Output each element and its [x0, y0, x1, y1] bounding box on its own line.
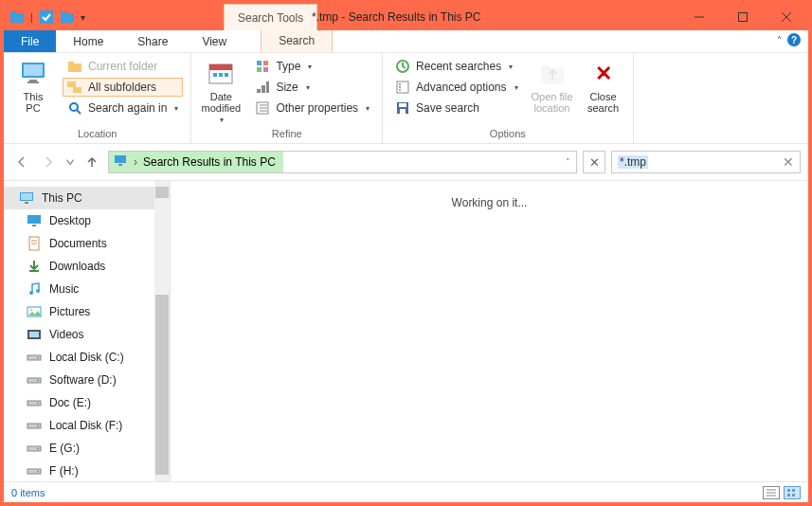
- all-subfolders-button[interactable]: All subfolders: [63, 78, 183, 97]
- folder-icon[interactable]: [9, 9, 25, 25]
- nav-item-label: Downloads: [49, 260, 105, 273]
- nav-drive-d[interactable]: Software (D:): [4, 369, 170, 391]
- tab-share[interactable]: Share: [120, 30, 185, 52]
- this-pc-label: ThisPC: [24, 91, 44, 114]
- collapse-ribbon-button[interactable]: ˄: [777, 35, 782, 45]
- advanced-options-button[interactable]: Advanced options ▾: [390, 78, 522, 97]
- address-path-text: Search Results in This PC: [143, 155, 276, 169]
- ribbon-group-refine: Datemodified ▾ Type ▾ Size ▾: [191, 53, 383, 143]
- chevron-down-icon: ▾: [509, 63, 513, 71]
- search-again-icon: [67, 100, 82, 116]
- nav-scrollbar[interactable]: [154, 181, 170, 481]
- svg-rect-2: [40, 10, 53, 24]
- nav-item-label: Documents: [49, 237, 107, 250]
- nav-drive-c[interactable]: Local Disk (C:): [4, 346, 170, 369]
- svg-rect-11: [29, 80, 37, 81]
- nav-documents[interactable]: Documents: [4, 232, 170, 255]
- nav-pictures[interactable]: Pictures: [4, 300, 170, 323]
- drive-icon: [27, 372, 42, 388]
- chevron-down-icon: ▾: [366, 104, 370, 113]
- icons-view-button[interactable]: [784, 486, 801, 499]
- svg-rect-45: [115, 155, 126, 163]
- search-again-button[interactable]: Search again in ▾: [63, 99, 183, 117]
- svg-rect-46: [118, 164, 122, 166]
- new-folder-icon[interactable]: [60, 9, 75, 25]
- current-folder-button[interactable]: Current folder: [63, 57, 183, 76]
- close-search-label: Closesearch: [587, 91, 619, 114]
- nav-downloads[interactable]: Downloads: [4, 255, 170, 278]
- maximize-button[interactable]: [721, 4, 765, 30]
- svg-rect-49: [25, 202, 28, 204]
- recent-searches-button[interactable]: Recent searches ▾: [390, 57, 522, 76]
- advanced-options-label: Advanced options: [416, 81, 506, 94]
- divider: |: [30, 12, 33, 23]
- back-button[interactable]: [11, 152, 32, 172]
- size-button[interactable]: Size ▾: [250, 78, 374, 97]
- svg-point-67: [37, 403, 39, 405]
- address-bar[interactable]: › Search Results in This PC ˅: [108, 151, 577, 173]
- nav-this-pc[interactable]: This PC: [4, 187, 170, 209]
- scrollbar-thumb[interactable]: [155, 187, 169, 198]
- properties-check-icon[interactable]: [39, 9, 54, 25]
- tab-home[interactable]: Home: [56, 30, 120, 52]
- properties-icon: [255, 100, 270, 116]
- nav-drive-g[interactable]: E (G:): [4, 437, 170, 460]
- svg-rect-16: [73, 87, 81, 93]
- svg-rect-0: [10, 13, 24, 23]
- type-button[interactable]: Type ▾: [250, 57, 374, 76]
- navigation-pane: This PC Desktop Documents Downloads Musi…: [4, 181, 171, 481]
- svg-rect-44: [541, 65, 550, 70]
- nav-music[interactable]: Music: [4, 278, 170, 300]
- svg-rect-50: [27, 215, 41, 224]
- scrollbar-thumb[interactable]: [155, 295, 169, 475]
- svg-rect-10: [24, 64, 43, 76]
- chevron-right-icon: ›: [134, 155, 137, 169]
- up-button[interactable]: [81, 152, 102, 172]
- close-search-button[interactable]: ✕ Closesearch: [582, 57, 625, 128]
- address-dropdown[interactable]: ˅: [566, 157, 570, 167]
- calendar-icon: [206, 59, 236, 89]
- group-label-location: Location: [11, 128, 183, 141]
- close-button[interactable]: [765, 4, 808, 30]
- nav-desktop[interactable]: Desktop: [4, 209, 170, 232]
- current-folder-label: Current folder: [88, 60, 157, 73]
- date-modified-button[interactable]: Datemodified ▾: [199, 57, 243, 128]
- svg-rect-22: [219, 73, 223, 77]
- minimize-button[interactable]: [677, 4, 721, 30]
- svg-rect-4: [61, 11, 66, 14]
- search-clear-icon[interactable]: ✕: [783, 154, 794, 170]
- view-mode-buttons: [763, 486, 801, 499]
- recent-dropdown[interactable]: [64, 152, 76, 172]
- tab-search[interactable]: Search: [261, 30, 333, 52]
- qat-dropdown[interactable]: ▾: [81, 12, 85, 23]
- nav-drive-f[interactable]: Local Disk (F:): [4, 414, 170, 437]
- tab-view[interactable]: View: [185, 30, 244, 52]
- other-properties-button[interactable]: Other properties ▾: [250, 99, 374, 117]
- options-icon: [395, 80, 410, 95]
- svg-rect-26: [257, 67, 262, 72]
- drive-icon: [27, 418, 42, 433]
- search-again-label: Search again in: [88, 101, 167, 115]
- svg-rect-28: [257, 89, 261, 93]
- search-query-text: *.tmp: [618, 155, 648, 169]
- svg-point-73: [37, 471, 39, 473]
- tab-file[interactable]: File: [4, 30, 56, 52]
- nav-drive-e[interactable]: Doc (E:): [4, 391, 170, 414]
- this-pc-button[interactable]: ThisPC: [11, 57, 55, 128]
- search-tools-context-tab[interactable]: Search Tools: [224, 4, 317, 30]
- svg-rect-79: [787, 494, 790, 497]
- address-clear-button[interactable]: ✕: [583, 151, 605, 173]
- help-button[interactable]: ?: [787, 33, 801, 46]
- open-file-location-label: Open filelocation: [532, 91, 573, 114]
- nav-videos[interactable]: Videos: [4, 323, 170, 346]
- svg-rect-77: [787, 489, 790, 492]
- chevron-down-icon: ▾: [308, 63, 312, 71]
- forward-button[interactable]: [38, 152, 59, 172]
- save-search-button[interactable]: Save search: [390, 99, 522, 117]
- nav-drive-h[interactable]: F (H:): [4, 460, 170, 481]
- details-view-button[interactable]: [763, 486, 780, 499]
- search-input[interactable]: *.tmp ✕: [611, 151, 801, 173]
- recent-icon: [395, 59, 410, 74]
- drive-icon: [27, 395, 42, 410]
- close-x-icon: ✕: [588, 59, 619, 89]
